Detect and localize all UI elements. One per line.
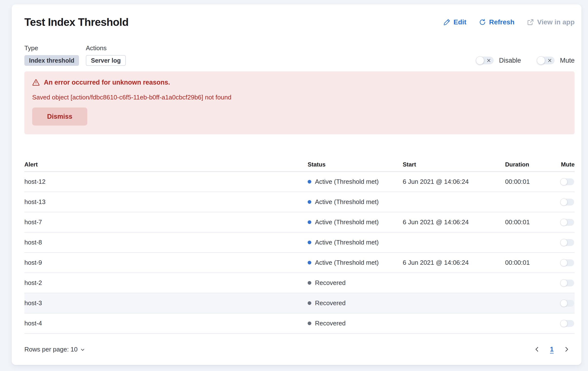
row-mute-toggle[interactable]: [560, 300, 574, 307]
dismiss-button[interactable]: Dismiss: [32, 107, 87, 126]
next-page-button[interactable]: [563, 346, 570, 352]
start-cell: 6 Jun 2021 @ 14:06:24: [400, 218, 502, 226]
alert-cell: host-2: [24, 279, 305, 287]
row-mute-toggle[interactable]: [560, 239, 574, 246]
duration-cell: 00:00:01: [502, 178, 554, 186]
toggle-knob: [476, 56, 484, 64]
toggle-knob: [560, 279, 567, 287]
column-header-duration: Duration: [502, 161, 554, 168]
mute-toggle[interactable]: [537, 57, 555, 64]
row-mute-toggle[interactable]: [560, 179, 574, 185]
meta-row: Type Index threshold Actions Server log …: [24, 44, 575, 66]
status-dot-icon: [308, 281, 311, 285]
row-mute-toggle[interactable]: [560, 259, 574, 266]
status-dot-icon: [308, 321, 311, 325]
status-cell: Active (Threshold met): [305, 239, 400, 246]
alert-cell: host-13: [24, 198, 305, 206]
warning-triangle-icon: [32, 79, 40, 86]
table-row: host-13 Active (Threshold met): [24, 192, 575, 212]
view-in-app-button[interactable]: View in app: [527, 18, 575, 26]
status-dot-icon: [308, 220, 311, 224]
type-group: Type Index threshold: [24, 44, 86, 66]
mute-cell: [554, 199, 575, 205]
column-header-start: Start: [400, 161, 502, 168]
cross-icon: [547, 58, 552, 63]
start-cell: 6 Jun 2021 @ 14:06:24: [400, 259, 502, 266]
toggle-knob: [560, 320, 567, 327]
error-callout-title-row: An error occurred for unknown reasons.: [32, 79, 567, 86]
edit-button-label: Edit: [453, 18, 466, 26]
error-callout: An error occurred for unknown reasons. S…: [24, 71, 575, 134]
status-text: Recovered: [315, 279, 346, 287]
pagination-row: Rows per page: 10 1: [24, 342, 575, 356]
toggle-knob: [560, 239, 567, 246]
type-label: Type: [24, 44, 86, 52]
status-text: Active (Threshold met): [315, 178, 379, 186]
table-row: host-7 Active (Threshold met) 6 Jun 2021…: [24, 212, 575, 233]
status-text: Active (Threshold met): [315, 259, 379, 266]
status-text: Recovered: [315, 319, 346, 327]
actions-label: Actions: [86, 44, 126, 52]
rows-per-page-button[interactable]: Rows per page: 10: [24, 346, 85, 353]
error-title: An error occurred for unknown reasons.: [44, 79, 170, 86]
row-mute-toggle[interactable]: [560, 280, 574, 286]
status-text: Active (Threshold met): [315, 239, 379, 246]
row-mute-toggle[interactable]: [560, 320, 574, 327]
error-message: Saved object [action/fdbc8610-c6f5-11eb-…: [32, 94, 567, 101]
status-dot-icon: [308, 180, 311, 184]
mute-cell: [554, 280, 575, 286]
status-cell: Active (Threshold met): [305, 198, 400, 206]
status-cell: Active (Threshold met): [305, 218, 400, 226]
alerts-table: Alert Status Start Duration Mute host-12…: [24, 158, 575, 334]
page-header: Test Index Threshold Edit Refresh: [24, 16, 575, 28]
row-mute-toggle[interactable]: [560, 219, 574, 226]
status-cell: Active (Threshold met): [305, 178, 400, 186]
alert-cell: host-7: [24, 218, 305, 226]
external-link-icon: [527, 19, 534, 26]
chevron-right-icon: [563, 346, 570, 352]
page-number-button[interactable]: 1: [550, 346, 554, 353]
chevron-down-icon: [80, 347, 85, 352]
toggle-knob: [560, 219, 567, 226]
toggle-knob: [560, 178, 567, 186]
alert-cell: host-3: [24, 299, 305, 307]
refresh-button[interactable]: Refresh: [479, 18, 514, 26]
disable-toggle[interactable]: [476, 57, 494, 64]
toggle-knob: [560, 259, 567, 266]
alert-cell: host-12: [24, 178, 305, 186]
status-dot-icon: [308, 301, 311, 305]
page-title: Test Index Threshold: [24, 16, 128, 28]
alert-cell: host-8: [24, 239, 305, 246]
status-cell: Recovered: [305, 279, 400, 287]
mute-cell: [554, 179, 575, 185]
toggle-knob: [537, 56, 545, 64]
column-header-status: Status: [305, 161, 400, 168]
view-in-app-label: View in app: [537, 18, 575, 26]
rule-details-panel: Test Index Threshold Edit Refresh: [12, 4, 581, 365]
column-header-alert: Alert: [24, 161, 305, 168]
status-cell: Active (Threshold met): [305, 259, 400, 266]
table-row: host-8 Active (Threshold met): [24, 233, 575, 253]
status-text: Active (Threshold met): [315, 198, 379, 206]
header-actions: Edit Refresh View in app: [443, 18, 575, 26]
table-row: host-9 Active (Threshold met) 6 Jun 2021…: [24, 253, 575, 273]
rule-type-badge: Index threshold: [24, 55, 79, 66]
edit-button[interactable]: Edit: [443, 18, 466, 26]
mute-cell: [554, 320, 575, 327]
duration-cell: 00:00:01: [502, 218, 554, 226]
toggle-knob: [560, 300, 567, 307]
toggle-knob: [560, 198, 567, 206]
alert-cell: host-9: [24, 259, 305, 266]
status-cell: Recovered: [305, 299, 400, 307]
action-connector-badge: Server log: [86, 55, 126, 66]
row-mute-toggle[interactable]: [560, 199, 574, 205]
mute-cell: [554, 239, 575, 246]
mute-cell: [554, 259, 575, 266]
table-header: Alert Status Start Duration Mute: [24, 158, 575, 172]
chevron-left-icon: [534, 346, 540, 352]
mute-cell: [554, 300, 575, 307]
table-row: host-12 Active (Threshold met) 6 Jun 202…: [24, 172, 575, 192]
previous-page-button[interactable]: [534, 346, 540, 352]
mute-cell: [554, 219, 575, 226]
status-cell: Recovered: [305, 319, 400, 327]
